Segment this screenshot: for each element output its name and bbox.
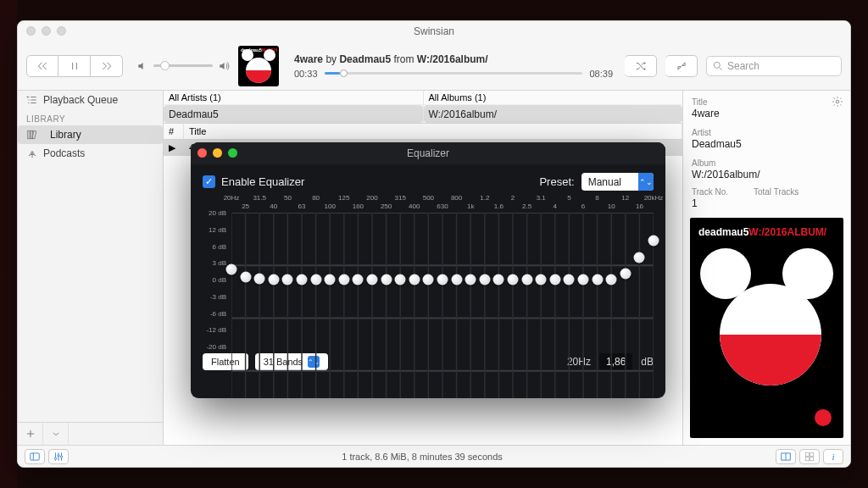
eq-band-slider[interactable]	[451, 274, 462, 286]
equalizer-window: Equalizer ✓ Enable Equalizer Preset: Man…	[191, 142, 665, 398]
mini-player-button[interactable]	[665, 55, 698, 77]
shuffle-button[interactable]	[625, 55, 657, 77]
titlebar: Swinsian	[18, 21, 850, 42]
next-track-button[interactable]	[91, 55, 123, 77]
now-playing-title-line: 4ware by Deadmau5 from W:/2016album/	[294, 53, 613, 65]
playing-indicator: ▶	[164, 140, 184, 156]
seek-thumb[interactable]	[340, 69, 348, 77]
eq-band-slider[interactable]	[353, 274, 364, 286]
freq-tick: 80	[312, 194, 320, 202]
play-pause-button[interactable]	[58, 55, 91, 77]
freq-tick: 1.2	[480, 194, 489, 202]
list-view-button[interactable]	[776, 449, 796, 464]
album-row[interactable]: W:/2016album/	[424, 105, 683, 123]
eq-band-slider[interactable]	[606, 274, 617, 286]
svg-rect-5	[31, 452, 40, 459]
gear-icon	[832, 96, 843, 108]
sidebar-item-playback-queue[interactable]: Playback Queue	[18, 91, 163, 109]
minimize-window-button[interactable]	[42, 26, 51, 36]
sidebar-item-podcasts[interactable]: Podcasts	[18, 144, 163, 163]
eq-band-slider[interactable]	[578, 274, 589, 286]
enable-equalizer-checkbox[interactable]: ✓ Enable Equalizer	[203, 175, 304, 188]
freq-tick: 20Hz	[224, 194, 240, 202]
search-field[interactable]: Search	[706, 56, 842, 76]
eq-band-slider[interactable]	[536, 274, 547, 286]
eq-band-slider[interactable]	[254, 273, 265, 284]
eq-band-slider[interactable]	[297, 274, 308, 286]
eq-band-slider[interactable]	[367, 274, 378, 286]
artist-row[interactable]: Deadmau5	[164, 105, 423, 123]
now-playing-artwork[interactable]: deadmau5W:/2016	[238, 46, 279, 86]
eq-band-slider[interactable]	[634, 252, 645, 263]
add-playlist-button[interactable]	[18, 423, 43, 445]
svg-rect-13	[810, 457, 814, 460]
toggle-info-pane-button[interactable]: i	[823, 449, 843, 464]
eq-band-slider[interactable]	[437, 274, 448, 286]
shuffle-icon	[635, 60, 647, 72]
eq-band-slider[interactable]	[592, 274, 603, 286]
eq-band-slider[interactable]	[325, 274, 336, 286]
eq-band-slider[interactable]	[381, 274, 392, 286]
seek-bar[interactable]	[325, 72, 583, 75]
checkmark-icon: ✓	[203, 175, 215, 188]
eq-band-slider[interactable]	[564, 274, 575, 286]
sidebar: Playback Queue LIBRARY Library Podcasts	[18, 91, 164, 445]
eq-band-slider[interactable]	[549, 274, 560, 286]
freq-tick: 3.1	[537, 194, 546, 202]
eq-band-slider[interactable]	[465, 274, 476, 286]
album-artwork-large[interactable]: deadmau5W:/2016ALBUM/	[690, 218, 843, 438]
eq-band-slider[interactable]	[282, 274, 293, 286]
db-tick: -20 dB	[206, 343, 226, 351]
eq-band-slider[interactable]	[240, 271, 251, 282]
eq-band-slider[interactable]	[395, 274, 406, 286]
db-tick: 12 dB	[209, 225, 226, 233]
freq-tick: 12	[621, 194, 629, 202]
freq-tick: 800	[451, 194, 462, 202]
all-albums-header[interactable]: All Albums (1)	[424, 91, 683, 105]
eq-band-slider[interactable]	[620, 269, 631, 280]
chevron-icon	[50, 428, 62, 440]
volume-thumb[interactable]	[160, 61, 170, 70]
close-window-button[interactable]	[26, 26, 36, 36]
eq-band-slider[interactable]	[409, 274, 420, 286]
eq-band-slider[interactable]	[310, 274, 321, 286]
eq-minimize-button[interactable]	[213, 148, 222, 158]
info-title-value: 4ware	[692, 108, 842, 119]
equalizer-graph: 20Hz31.550801252003155008001.223.1581220…	[203, 194, 654, 347]
toggle-sidebar-button[interactable]	[25, 449, 45, 464]
eq-band-slider[interactable]	[338, 274, 349, 286]
plus-icon	[25, 428, 36, 440]
eq-close-button[interactable]	[198, 148, 207, 158]
sidebar-options-button[interactable]	[43, 423, 69, 445]
equalizer-button[interactable]	[48, 449, 69, 464]
eq-band-slider[interactable]	[423, 274, 434, 286]
toolbar: deadmau5W:/2016 4ware by Deadmau5 from W…	[18, 42, 850, 91]
preset-dropdown[interactable]: Manual ⌃⌄	[581, 173, 654, 191]
previous-track-button[interactable]	[26, 55, 58, 77]
col-number[interactable]: #	[164, 124, 184, 139]
freq-tick: 400	[409, 202, 420, 210]
col-title[interactable]: Title	[184, 124, 682, 139]
eq-band-slider[interactable]	[479, 274, 490, 286]
info-album-value: W:/2016album/	[692, 169, 842, 180]
eq-band-slider[interactable]	[493, 274, 504, 286]
eq-band-slider[interactable]	[268, 274, 279, 286]
zoom-window-button[interactable]	[57, 26, 66, 36]
grid-view-button[interactable]	[799, 449, 820, 464]
sidebar-label: Library	[43, 129, 98, 141]
eq-band-slider[interactable]	[508, 274, 519, 286]
eq-band-slider[interactable]	[648, 235, 659, 246]
info-album-label: Album	[692, 158, 842, 168]
all-artists-header[interactable]: All Artists (1)	[164, 91, 423, 105]
playback-controls	[26, 55, 123, 77]
eq-band-slider[interactable]	[226, 263, 237, 274]
freq-tick: 315	[395, 194, 406, 202]
info-pane: Title4ware ArtistDeadmau5 AlbumW:/2016al…	[682, 91, 850, 445]
freq-tick: 8	[595, 194, 598, 202]
info-settings-button[interactable]	[832, 96, 843, 110]
volume-slider[interactable]	[153, 64, 213, 67]
freq-tick: 63	[298, 202, 306, 210]
eq-band-slider[interactable]	[521, 274, 532, 286]
sidebar-item-library[interactable]: Library	[18, 125, 163, 144]
eq-zoom-button[interactable]	[228, 148, 237, 158]
